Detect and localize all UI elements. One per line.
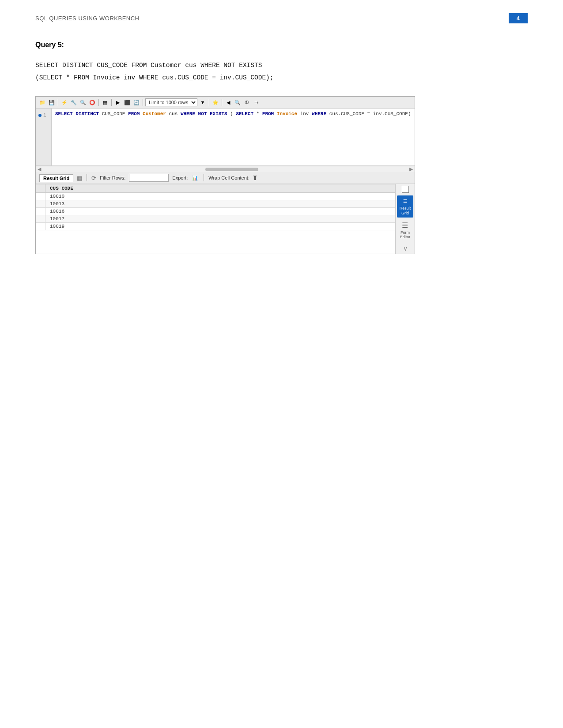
result-toolbar: Result Grid ▦ ⟳ Filter Rows: Export: 📊 W…: [36, 172, 415, 184]
keyword-from: FROM: [128, 111, 140, 116]
form-editor-icon: ☰: [402, 221, 408, 229]
cus-code-header: CUS_CODE: [45, 184, 395, 193]
row-marker-cell: [36, 200, 45, 208]
row-marker-cell: [36, 223, 45, 230]
result-table: CUS_CODE 1001010013100161001710019: [36, 184, 395, 230]
dropdown-arrow-icon[interactable]: ▼: [199, 98, 207, 106]
filter-rows-input[interactable]: [129, 174, 169, 182]
horizontal-scrollbar: ◀ ▶: [36, 166, 415, 172]
keyword-where: WHERE: [181, 111, 195, 116]
toolbar-separator-3: [111, 99, 112, 106]
refresh-icon[interactable]: 🔄: [132, 98, 140, 106]
table-row: 10019: [36, 223, 395, 230]
result-sep-2: [204, 174, 204, 181]
save-icon[interactable]: 💾: [48, 98, 56, 106]
result-grid-main: CUS_CODE 1001010013100161001710019: [36, 184, 395, 254]
row-marker-header: [36, 184, 45, 193]
circle-icon[interactable]: ⭕: [88, 98, 96, 106]
query-line-2: (SELECT * FROM Invoice inv WHERE cus.CUS…: [35, 72, 528, 84]
export-csv-icon[interactable]: 📊: [191, 174, 199, 182]
filter-rows-label: Filter Rows:: [100, 175, 125, 180]
table-customer: Customer: [143, 111, 166, 116]
cus-code-cell: 10017: [45, 215, 395, 223]
sidebar-down-arrow[interactable]: ∨: [403, 245, 408, 252]
grid-sidebar: ≡ ResultGrid ☰ FormEditor ∨: [395, 184, 415, 254]
scroll-left-arrow[interactable]: ◀: [38, 166, 41, 172]
grid-icon[interactable]: ▦: [101, 98, 109, 106]
form-editor-sidebar-btn[interactable]: ☰ FormEditor: [399, 219, 412, 242]
export-label: Export:: [172, 175, 188, 180]
sql-editor: 1 SELECT DISTINCT CUS_CODE FROM Customer…: [36, 109, 415, 166]
arrow-left-icon[interactable]: ◀: [224, 98, 232, 106]
result-grid-icon: ≡: [403, 197, 407, 205]
wrap-icon[interactable]: 𝕋: [253, 175, 257, 181]
cus-code-cell: 10010: [45, 193, 395, 200]
result-grid-area: CUS_CODE 1001010013100161001710019 ≡ Res…: [36, 184, 415, 254]
toolbar-separator-4: [143, 99, 143, 106]
result-grid-sidebar-btn[interactable]: ≡ ResultGrid: [397, 195, 414, 218]
play-icon[interactable]: ▶: [114, 98, 122, 106]
line-dot: [38, 114, 42, 117]
page-header: SQL QUERIES USING WORKBENCH 4: [0, 0, 563, 28]
result-sep-1: [87, 174, 87, 181]
table-row: 10017: [36, 215, 395, 223]
row-marker-cell: [36, 193, 45, 200]
query-line-1: SELECT DISTINCT CUS_CODE FROM Customer c…: [35, 60, 528, 72]
toolbar-separator-5: [209, 99, 209, 106]
keyword-select-2: SELECT: [236, 111, 253, 116]
table-row: 10016: [36, 208, 395, 215]
search-icon[interactable]: 🔍: [79, 98, 87, 106]
lightning-icon[interactable]: ⚡: [60, 98, 68, 106]
grid-padding: [36, 230, 395, 244]
line-numbers: 1: [36, 109, 52, 165]
scroll-bar[interactable]: [205, 168, 258, 171]
table-invoice: Invoice: [277, 111, 297, 116]
zoom-icon[interactable]: 🔍: [234, 98, 242, 106]
refresh-icon-2[interactable]: ⟳: [91, 175, 96, 181]
grid-icon-2[interactable]: ▦: [77, 175, 82, 181]
main-content: Query 5: SELECT DISTINCT CUS_CODE FROM C…: [0, 28, 563, 272]
stop-icon[interactable]: ⬛: [123, 98, 131, 106]
page-number: 4: [509, 13, 528, 23]
limit-rows-select[interactable]: Limit to 1000 rows: [145, 98, 197, 106]
workbench-screenshot: 📁 💾 ⚡ 🔧 🔍 ⭕ ▦ ▶ ⬛ 🔄 Limit to 1000 rows ▼…: [35, 96, 415, 254]
keyword-exists: EXISTS: [210, 111, 227, 116]
keyword-select: SELECT: [55, 111, 73, 116]
keyword-where-2: WHERE: [312, 111, 326, 116]
table-row: 10010: [36, 193, 395, 200]
line-1: 1: [38, 111, 49, 120]
folder-icon[interactable]: 📁: [38, 98, 46, 106]
workbench-toolbar: 📁 💾 ⚡ 🔧 🔍 ⭕ ▦ ▶ ⬛ 🔄 Limit to 1000 rows ▼…: [36, 97, 415, 109]
scroll-right-arrow[interactable]: ▶: [409, 166, 413, 172]
export-icon[interactable]: ⇒: [252, 98, 260, 106]
toolbar-separator-6: [222, 99, 222, 106]
keyword-from-2: FROM: [262, 111, 274, 116]
sql-code-area[interactable]: SELECT DISTINCT CUS_CODE FROM Customer c…: [52, 109, 415, 165]
col-cus-code: CUS_CODE: [102, 111, 125, 116]
wrench-icon[interactable]: 🔧: [70, 98, 78, 106]
cus-code-cell: 10016: [45, 208, 395, 215]
document-title: SQL QUERIES USING WORKBENCH: [35, 15, 140, 22]
keyword-distinct: DISTINCT: [76, 111, 99, 116]
cus-code-cell: 10013: [45, 200, 395, 208]
star-icon[interactable]: ⭐: [212, 98, 219, 106]
sidebar-checkbox[interactable]: [402, 186, 409, 193]
wrap-label: Wrap Cell Content:: [208, 175, 249, 180]
cus-code-cell: 10019: [45, 223, 395, 230]
toolbar-separator-2: [98, 99, 99, 106]
row-marker-cell: [36, 208, 45, 215]
row-marker-cell: [36, 215, 45, 223]
keyword-not: NOT: [198, 111, 207, 116]
query-heading: Query 5:: [35, 41, 528, 49]
number-icon[interactable]: ①: [243, 98, 251, 106]
result-grid-tab[interactable]: Result Grid: [39, 174, 73, 182]
toolbar-separator-1: [58, 99, 58, 106]
table-row: 10013: [36, 200, 395, 208]
query-text: SELECT DISTINCT CUS_CODE FROM Customer c…: [35, 60, 528, 84]
